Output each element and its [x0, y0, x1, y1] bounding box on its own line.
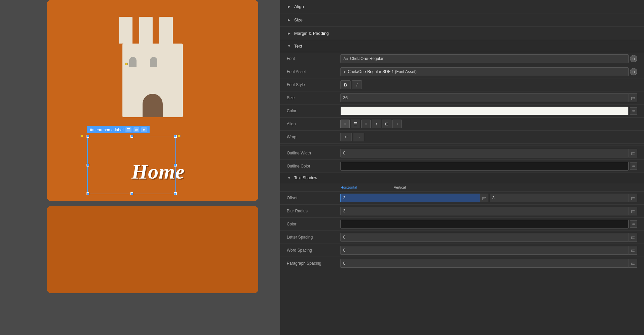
shadow-vertical-input[interactable]	[490, 194, 629, 202]
shadow-h-px: px	[480, 194, 488, 202]
handle-top-right[interactable]	[174, 135, 177, 138]
blur-radius-label: Blur Radius	[287, 209, 340, 213]
section-divider-1	[280, 145, 644, 145]
vertical-col-header: Vertical	[394, 185, 637, 189]
outline-color-label: Outline Color	[287, 164, 340, 169]
size-input[interactable]	[340, 93, 629, 102]
word-spacing-px: px	[629, 246, 637, 255]
color-eyedropper-btn[interactable]: ✏	[630, 107, 637, 115]
shadow-horizontal-input[interactable]	[340, 194, 480, 202]
handle-bottom-right[interactable]	[174, 192, 177, 195]
resize-icon-btn[interactable]: ⇔	[141, 127, 147, 132]
selected-element-box[interactable]: #menu-home-label ☰ ⊕ ⇔ Home	[87, 136, 176, 194]
section-size[interactable]: ▶ Size	[280, 13, 644, 27]
font-asset-icon: ●	[343, 70, 346, 74]
wrap-nowrap-btn[interactable]: →	[353, 133, 364, 141]
handle-bottom-left[interactable]	[87, 192, 89, 195]
anchor-icon-btn[interactable]: ⊕	[133, 127, 139, 132]
shadow-color-eyedropper[interactable]: ✏	[630, 220, 637, 228]
word-spacing-value: px	[340, 246, 637, 255]
align-label: Align	[287, 122, 340, 126]
blur-radius-input[interactable]	[340, 207, 629, 215]
section-align[interactable]: ▶ Align	[280, 0, 644, 13]
prop-row-wrap: Wrap ↵ →	[280, 131, 644, 144]
outline-color-value: ✏	[340, 162, 637, 171]
horizontal-col-header: Horizontal	[340, 185, 392, 189]
outline-width-input[interactable]	[340, 149, 629, 157]
handle-top-mid[interactable]	[130, 135, 133, 138]
tower-arch	[143, 94, 163, 117]
section-margin-padding[interactable]: ▶ Margin & Padding	[280, 27, 644, 40]
shadow-color-label: Color	[287, 222, 340, 226]
align-section-title: Align	[294, 4, 304, 9]
word-spacing-input-row: px	[340, 246, 637, 255]
castle-tower	[112, 17, 193, 117]
align-bottom-btn[interactable]: ↓	[392, 120, 402, 128]
handle-bottom-mid[interactable]	[130, 192, 133, 195]
font-field[interactable]: Aa ChelaOne-Regular	[340, 54, 629, 63]
canvas-area: #menu-home-label ☰ ⊕ ⇔ Home	[0, 0, 280, 335]
tower-battlements	[119, 17, 186, 44]
paragraph-spacing-value: px	[340, 259, 637, 268]
align-right-btn[interactable]: ≡	[361, 120, 371, 128]
outer-handle-left[interactable]	[80, 135, 83, 137]
letter-spacing-input[interactable]	[340, 233, 629, 242]
color-label: Color	[287, 109, 340, 113]
bold-button[interactable]: B	[340, 80, 351, 89]
section-text[interactable]: ▼ Text	[280, 40, 644, 52]
handle-top-left[interactable]	[87, 135, 89, 138]
shadow-color-value: ✏	[340, 220, 637, 228]
color-swatch[interactable]	[340, 107, 629, 115]
outline-color-eyedropper[interactable]: ✏	[630, 162, 637, 170]
prop-row-align: Align ≡ ☰ ≡ ↑ ⊟ ↓	[280, 118, 644, 131]
element-id-text: #menu-home-label	[90, 128, 123, 132]
font-name-text: ChelaOne-Regular	[350, 56, 383, 61]
paragraph-spacing-input[interactable]	[340, 259, 629, 268]
main-game-panel: #menu-home-label ☰ ⊕ ⇔ Home	[47, 0, 258, 201]
font-asset-target-btn[interactable]: ⊙	[630, 68, 637, 75]
tower-body	[122, 44, 183, 117]
wrap-button-group: ↵ →	[340, 133, 364, 141]
font-asset-field[interactable]: ● ChelaOne-Regular SDF 1 (Font Asset)	[340, 67, 629, 76]
size-arrow-icon: ▶	[287, 18, 291, 22]
align-middle-btn[interactable]: ⊟	[382, 120, 391, 128]
shadow-color-swatch[interactable]	[340, 220, 629, 228]
prop-row-blur-radius: Blur Radius px	[280, 205, 644, 218]
shadow-v-px: px	[629, 194, 637, 202]
letter-spacing-px: px	[629, 233, 637, 242]
wrap-wrap-btn[interactable]: ↵	[340, 133, 352, 141]
battlement-2	[139, 17, 153, 44]
prop-row-shadow-offset: Offset px px	[280, 192, 644, 205]
italic-button[interactable]: I	[352, 80, 362, 89]
prop-row-font: Font Aa ChelaOne-Regular ⊙	[280, 52, 644, 65]
text-shadow-section[interactable]: ▼ Text Shadow	[280, 173, 644, 183]
battlement-1	[119, 17, 132, 44]
wrap-buttons-container: ↵ →	[340, 133, 637, 141]
word-spacing-input[interactable]	[340, 246, 629, 255]
shadow-offset-inputs: px px	[340, 194, 637, 202]
align-icon-btn[interactable]: ☰	[125, 127, 131, 132]
outer-handle-right[interactable]	[178, 135, 180, 137]
shadow-color-swatch-row: ✏	[340, 220, 637, 228]
handle-mid-left[interactable]	[87, 164, 89, 166]
bottom-game-panel	[47, 206, 258, 293]
align-left-btn[interactable]: ≡	[340, 120, 350, 128]
tower-window-left	[129, 57, 137, 67]
prop-row-shadow-color: Color ✏	[280, 218, 644, 231]
shadow-horizontal-input-row: px	[340, 194, 488, 202]
blur-px: px	[629, 207, 637, 215]
outline-color-swatch[interactable]	[340, 162, 629, 171]
align-top-btn[interactable]: ↑	[372, 120, 381, 128]
element-label-bar: #menu-home-label ☰ ⊕ ⇔	[87, 126, 150, 133]
size-label: Size	[287, 95, 340, 100]
prop-row-outline-width: Outline Width px	[280, 147, 644, 160]
letter-spacing-label: Letter Spacing	[287, 235, 340, 240]
text-arrow-icon: ▼	[287, 44, 291, 49]
margin-section-title: Margin & Padding	[294, 31, 329, 36]
paragraph-spacing-px: px	[629, 259, 637, 268]
outer-handle-top[interactable]	[125, 63, 128, 65]
font-target-btn[interactable]: ⊙	[630, 55, 637, 62]
text-section-title: Text	[294, 44, 302, 49]
align-center-btn[interactable]: ☰	[351, 120, 360, 128]
word-spacing-label: Word Spacing	[287, 248, 340, 253]
